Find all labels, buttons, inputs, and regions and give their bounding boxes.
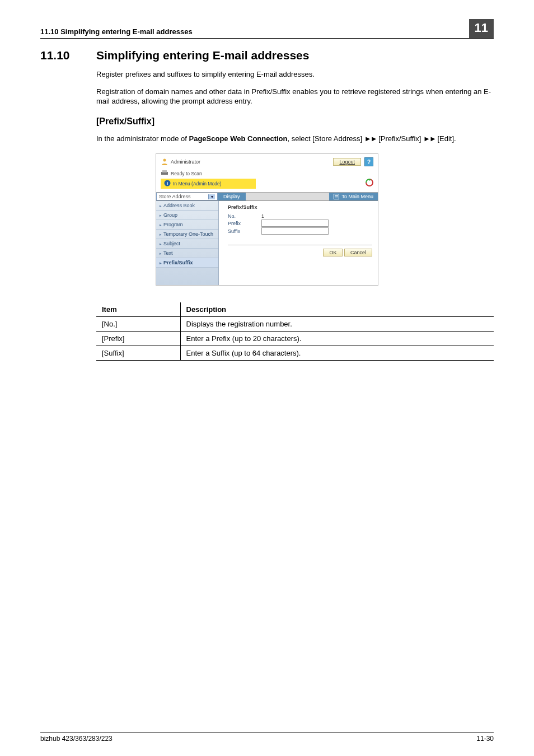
prefix-label: Prefix [228, 221, 261, 226]
sidebar-item-label: Text [163, 250, 173, 256]
to-main-label: To Main Menu [341, 194, 373, 199]
store-address-label: Store Address [159, 194, 191, 199]
admin-label: Administrator [171, 159, 200, 165]
cell-item: [Prefix] [96, 332, 180, 346]
chevron-down-icon: ▾ [208, 194, 215, 199]
sidebar: ▸Address Book ▸Group ▸Program ▸Temporary… [156, 201, 219, 285]
status-menu-text: In Menu (Admin Mode) [173, 181, 221, 186]
status-menu-bar: i In Menu (Admin Mode) [161, 179, 256, 189]
cell-desc: Enter a Suffix (up to 64 characters). [180, 346, 494, 361]
menu-list-icon [334, 194, 339, 199]
cell-item: [Suffix] [96, 346, 180, 361]
running-header: 11.10 Simplifying entering E-mail addres… [40, 17, 494, 39]
sidebar-item-group[interactable]: ▸Group [156, 211, 218, 220]
paragraph-1: Register prefixes and suffixes to simpli… [96, 69, 494, 80]
display-tab[interactable]: Display [218, 193, 246, 200]
info-icon: i [164, 180, 171, 188]
page-footer: bizhub 423/363/283/223 11-30 [40, 732, 494, 743]
printer-icon [161, 170, 168, 178]
store-address-select[interactable]: Store Address ▾ [156, 193, 218, 200]
arrow-icon: ►► [423, 134, 435, 143]
svg-rect-2 [162, 170, 167, 172]
footer-left: bizhub 423/363/283/223 [40, 735, 113, 743]
form-title: Prefix/Suffix [228, 204, 372, 210]
instr-pre: In the administrator mode of [96, 134, 189, 143]
table-row: [Prefix] Enter a Prefix (up to 20 charac… [96, 332, 494, 346]
ok-button[interactable]: OK [323, 249, 343, 256]
description-table: Item Description [No.] Displays the regi… [96, 302, 494, 361]
sidebar-item-label: Temporary One-Touch [163, 231, 213, 237]
running-head-text: 11.10 Simplifying entering E-mail addres… [40, 27, 462, 36]
sidebar-item-subject[interactable]: ▸Subject [156, 239, 218, 249]
sidebar-item-temporary[interactable]: ▸Temporary One-Touch [156, 230, 218, 239]
sidebar-item-label: Program [163, 222, 183, 227]
to-main-menu-button[interactable]: To Main Menu [329, 193, 378, 200]
admin-icon [161, 158, 168, 166]
instr-b: [Prefix/Suffix] [377, 134, 424, 143]
instr-a: , select [Store Address] [288, 134, 364, 143]
prefix-input[interactable] [261, 220, 329, 227]
status-ready: Ready to Scan [171, 171, 202, 176]
sidebar-item-address-book[interactable]: ▸Address Book [156, 201, 218, 211]
table-row: [Suffix] Enter a Suffix (up to 64 charac… [96, 346, 494, 361]
svg-text:i: i [167, 181, 168, 186]
screenshot-panel: Administrator Logout ? Ready to Scan [156, 153, 378, 286]
footer-right: 11-30 [476, 735, 494, 743]
instruction-line: In the administrator mode of PageScope W… [96, 134, 494, 144]
section-title: Simplifying entering E-mail addresses [96, 49, 309, 62]
no-label: No. [228, 213, 261, 219]
sidebar-item-label: Group [163, 212, 177, 218]
table-row: [No.] Displays the registration number. [96, 317, 494, 332]
instr-bold: PageScope Web Connection [189, 134, 287, 143]
sidebar-item-label: Prefix/Suffix [163, 260, 193, 265]
refresh-icon[interactable] [366, 179, 373, 188]
svg-point-0 [163, 159, 166, 162]
instr-c: [Edit]. [435, 134, 456, 143]
cell-desc: Enter a Prefix (up to 20 characters). [180, 332, 494, 346]
chapter-badge: 11 [469, 19, 494, 38]
sub-heading: [Prefix/Suffix] [96, 116, 494, 127]
paragraph-2: Registration of domain names and other d… [96, 87, 494, 106]
table-head-desc: Description [180, 302, 494, 317]
sidebar-item-label: Address Book [163, 203, 195, 208]
section-number: 11.10 [40, 49, 96, 62]
table-head-item: Item [96, 302, 180, 317]
suffix-label: Suffix [228, 228, 261, 234]
suffix-input[interactable] [261, 227, 329, 235]
arrow-icon: ►► [364, 134, 377, 143]
no-value: 1 [261, 213, 264, 219]
help-icon[interactable]: ? [364, 157, 373, 166]
sidebar-item-text[interactable]: ▸Text [156, 249, 218, 258]
sidebar-item-prefix-suffix[interactable]: ▸Prefix/Suffix [156, 258, 218, 268]
logout-button[interactable]: Logout [333, 158, 361, 166]
sidebar-item-program[interactable]: ▸Program [156, 220, 218, 230]
cell-desc: Displays the registration number. [180, 317, 494, 332]
section-heading: 11.10 Simplifying entering E-mail addres… [40, 49, 494, 62]
cancel-button[interactable]: Cancel [344, 249, 372, 256]
cell-item: [No.] [96, 317, 180, 332]
sidebar-item-label: Subject [163, 241, 180, 246]
